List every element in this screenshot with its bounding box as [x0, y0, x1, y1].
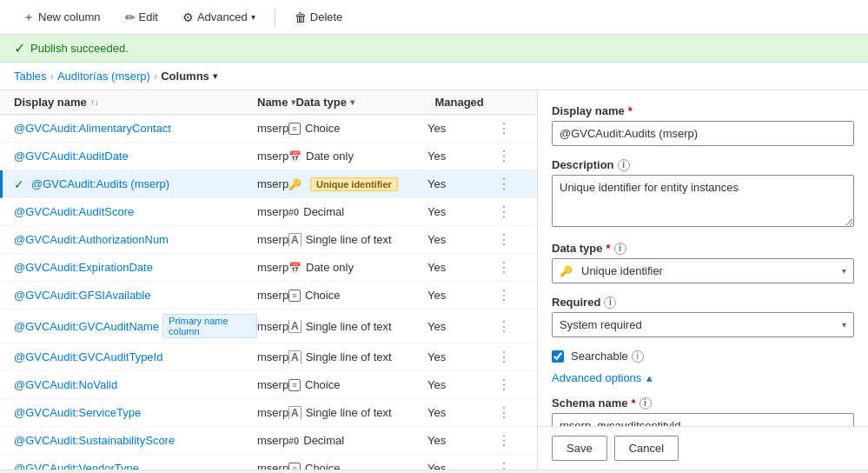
cell-more: ⋮	[497, 460, 523, 470]
advanced-icon: ⚙	[182, 10, 194, 24]
display-name-value: @GVCAudit:AlimentaryContact	[14, 122, 171, 135]
more-actions-icon[interactable]: ⋮	[497, 460, 511, 470]
cell-data-type: ≡ Choice	[288, 462, 427, 470]
breadcrumb-dropdown-icon[interactable]: ▾	[213, 71, 217, 81]
sort-display-name-icon[interactable]: ↑↓	[90, 97, 99, 107]
data-type-row-icon: 📅	[288, 262, 301, 274]
table-row[interactable]: @GVCAudit:AuthorizationNum mserp_gvcauth…	[0, 226, 537, 254]
plus-icon: ＋	[23, 10, 35, 25]
cell-display-name: @GVCAudit:ServiceType	[14, 406, 257, 419]
data-type-value: Choice	[305, 462, 340, 470]
sort-data-type-icon[interactable]: ▾	[350, 97, 354, 107]
description-label: Description i	[552, 158, 854, 171]
cell-more: ⋮	[497, 203, 523, 220]
table-row[interactable]: @GVCAudit:AuditScore mserp_score #0 Deci…	[0, 198, 537, 226]
cell-name: mserp_alimentarycontact	[257, 122, 288, 135]
advanced-button[interactable]: ⚙ Advanced ▾	[174, 7, 264, 28]
searchable-info-icon[interactable]: i	[632, 350, 644, 363]
table-row[interactable]: @GVCAudit:NoValid mserp_novalid ≡ Choice…	[0, 371, 537, 399]
cell-managed: Yes	[427, 289, 497, 302]
table-row[interactable]: @GVCAudit:SustainabilityScore mserp_suit…	[0, 427, 537, 455]
cell-managed: Yes	[427, 233, 497, 246]
data-type-info-icon[interactable]: i	[614, 243, 626, 255]
more-actions-icon[interactable]: ⋮	[497, 148, 511, 164]
more-actions-icon[interactable]: ⋮	[497, 318, 511, 335]
data-type-value: Single line of text	[306, 406, 392, 419]
breadcrumb-auditorias-link[interactable]: Auditorías (mserp)	[57, 70, 150, 83]
edit-icon: ✏	[125, 10, 136, 24]
managed-value: Yes	[427, 378, 446, 391]
edit-button[interactable]: ✏ Edit	[116, 7, 167, 28]
more-actions-icon[interactable]: ⋮	[497, 376, 511, 393]
cell-name: mserp_vendortype	[257, 462, 288, 470]
data-type-row-icon: A	[288, 234, 301, 246]
save-button[interactable]: Save	[552, 436, 607, 461]
searchable-checkbox[interactable]	[552, 350, 564, 363]
more-actions-icon[interactable]: ⋮	[497, 349, 511, 365]
table-row[interactable]: @GVCAudit:ExpirationDate mserp_expiratio…	[0, 254, 537, 282]
data-type-required: *	[606, 242, 611, 255]
cell-display-name: @GVCAudit:AuditDate	[14, 150, 257, 163]
cell-more: ⋮	[497, 148, 523, 164]
table-row[interactable]: @GVCAudit:ServiceType mserp_vendor/servi…	[0, 399, 537, 427]
cell-display-name: ✓ @GVCAudit:Audits (mserp)	[14, 177, 257, 191]
cell-more: ⋮	[497, 432, 523, 449]
toolbar-divider	[275, 9, 275, 26]
success-message: Publish succeeded.	[30, 42, 129, 55]
table-row[interactable]: @GVCAudit:AuditDate mserp_auditdate 📅 Da…	[0, 143, 537, 170]
required-select[interactable]: System required ▾	[552, 312, 854, 337]
data-type-row-icon: A	[288, 320, 301, 332]
description-textarea[interactable]: Unique identifier for entity instances	[552, 175, 854, 227]
more-actions-icon[interactable]: ⋮	[497, 432, 511, 449]
managed-value: Yes	[427, 233, 446, 246]
selected-check-icon: ✓	[14, 177, 24, 191]
cell-more: ⋮	[497, 259, 523, 276]
name-value: mserp_vendor/servicetypeid	[257, 406, 288, 419]
description-info-icon[interactable]: i	[618, 159, 630, 171]
table-row[interactable]: @GVCAudit:GVCAuditName Primary name colu…	[0, 310, 537, 343]
cancel-button[interactable]: Cancel	[614, 436, 679, 461]
data-type-row-icon: A	[288, 407, 301, 419]
new-column-button[interactable]: ＋ New column	[14, 6, 109, 29]
managed-value: Yes	[427, 289, 446, 302]
more-actions-icon[interactable]: ⋮	[497, 231, 511, 248]
breadcrumb-sep-2: ›	[154, 70, 157, 83]
table-row[interactable]: @GVCAudit:GVCAuditTypeId mserp_gvcauditt…	[0, 343, 537, 371]
data-type-label: Data type * i	[552, 242, 854, 255]
name-value: mserp_novalid	[257, 378, 288, 391]
cell-name: mserp_expirationdate	[257, 261, 288, 274]
cell-name: mserp_gvcauditname	[257, 320, 288, 333]
managed-value: Yes	[427, 320, 446, 333]
header-name: Name ▾	[257, 96, 295, 109]
table-area: Display name ↑↓ Name ▾ Data type ▾ Manag…	[0, 90, 538, 470]
cell-data-type: A Single line of text	[288, 406, 427, 419]
cell-managed: Yes	[427, 350, 497, 363]
more-actions-icon[interactable]: ⋮	[497, 287, 511, 303]
display-name-value: @GVCAudit:ServiceType	[14, 406, 141, 419]
cell-managed: Yes	[427, 320, 497, 333]
cell-name: mserp_score	[257, 205, 288, 218]
toolbar: ＋ New column ✏ Edit ⚙ Advanced ▾ 🗑 Delet…	[0, 0, 868, 35]
data-type-value: Date only	[306, 150, 354, 163]
more-actions-icon[interactable]: ⋮	[497, 259, 511, 276]
cell-display-name: @GVCAudit:GVCAuditTypeId	[14, 350, 257, 363]
breadcrumb-current: Columns ▾	[161, 70, 217, 83]
breadcrumb-tables-link[interactable]: Tables	[14, 70, 47, 83]
table-row[interactable]: ✓ @GVCAudit:Audits (mserp) mserp_gvcaudi…	[0, 170, 537, 198]
display-name-input[interactable]	[552, 121, 854, 146]
delete-button[interactable]: 🗑 Delete	[286, 7, 352, 28]
table-row[interactable]: @GVCAudit:GFSIAvailable mserp_gfsiavaila…	[0, 282, 537, 310]
data-type-select[interactable]: 🔑 Unique identifier ▾	[552, 258, 854, 283]
name-value: mserp_gvcauthorizationnu...	[257, 233, 288, 246]
data-type-row-icon: ≡	[288, 462, 301, 470]
more-actions-icon[interactable]: ⋮	[497, 404, 511, 421]
table-row[interactable]: @GVCAudit:VendorType mserp_vendortype ≡ …	[0, 455, 537, 470]
more-actions-icon[interactable]: ⋮	[497, 203, 511, 220]
more-actions-icon[interactable]: ⋮	[497, 120, 511, 137]
required-info-icon[interactable]: i	[604, 296, 616, 309]
advanced-options-toggle[interactable]: Advanced options ▴	[552, 371, 653, 384]
schema-info-icon[interactable]: i	[639, 397, 652, 410]
cell-name: mserp_suitscore	[257, 434, 288, 447]
more-actions-icon[interactable]: ⋮	[497, 176, 511, 192]
table-row[interactable]: @GVCAudit:AlimentaryContact mserp_alimen…	[0, 115, 537, 143]
